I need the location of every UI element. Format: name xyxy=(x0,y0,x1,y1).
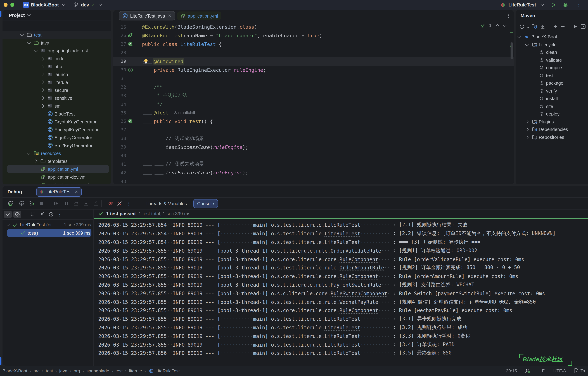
project-tree-item-application.yml[interactable]: application.yml xyxy=(2,165,111,173)
chevron-icon[interactable] xyxy=(518,35,525,39)
line-separator-widget[interactable]: LF xyxy=(540,368,545,373)
maven-item-Plugins[interactable]: Plugins xyxy=(515,118,588,126)
breadcrumb-item[interactable]: test xyxy=(116,368,123,373)
project-tree-item-application-dev.yml[interactable]: application-dev.yml xyxy=(2,173,111,181)
breadcrumb-item[interactable]: springblade xyxy=(86,368,109,373)
maven-item-Repositories[interactable]: Repositories xyxy=(515,133,588,141)
chevron-collapsed-icon[interactable] xyxy=(41,65,47,68)
console-output[interactable]: 2026-03-15 23:29:57.854··INFO 89019 --- … xyxy=(94,219,588,365)
run-button[interactable] xyxy=(551,2,556,8)
project-tree-item-EncryptKeyGenerator[interactable]: EncryptKeyGenerator xyxy=(2,126,111,133)
sort-tests-icon[interactable] xyxy=(30,212,36,217)
download-sources-icon[interactable] xyxy=(540,24,545,29)
rerun-icon[interactable] xyxy=(19,201,25,206)
maven-item-compile[interactable]: compile xyxy=(515,64,588,72)
encoding-widget[interactable]: UTF-8 xyxy=(553,368,566,373)
testrun-gutter-icon[interactable] xyxy=(128,41,133,47)
branch-selector[interactable]: dev xyxy=(81,2,89,8)
project-tree-item-launch[interactable]: launch xyxy=(2,70,111,78)
git-branch-icon[interactable] xyxy=(74,2,79,8)
test-tree-item-LiteRuleTest[interactable]: LiteRuleTest (or 1 sec 399 ms xyxy=(2,221,93,228)
leaf-gutter-icon[interactable] xyxy=(128,33,133,38)
tab-console[interactable]: Console xyxy=(193,199,218,208)
project-tree-item-BladeTest[interactable]: BladeTest xyxy=(2,110,111,118)
chevron-icon[interactable] xyxy=(525,43,532,46)
project-tree-item-code[interactable]: code xyxy=(2,54,111,63)
breadcrumb-item[interactable]: test xyxy=(46,368,53,373)
editor-scrollbar[interactable] xyxy=(511,42,513,59)
breadcrumb-item[interactable]: java xyxy=(59,368,67,373)
maven-item-BladeX-Boot[interactable]: mBladeX-Boot xyxy=(515,33,588,41)
chevron-collapsed-icon[interactable] xyxy=(41,57,47,60)
pause-icon[interactable] xyxy=(64,201,69,206)
editor-options-icon[interactable]: ⋮ xyxy=(506,13,511,18)
step-into-icon[interactable] xyxy=(83,201,89,206)
more-icon[interactable]: ⋮ xyxy=(126,200,131,207)
chevron-expanded-icon[interactable] xyxy=(34,49,41,52)
breadcrumb[interactable]: BladeX-Boot›src›test›java›org›springblad… xyxy=(2,368,180,374)
run-maven-goal-icon[interactable] xyxy=(573,24,578,29)
chevron-expanded-icon[interactable] xyxy=(28,151,34,155)
indent-widget[interactable]: Ta xyxy=(580,368,585,373)
run-to-cursor-icon[interactable] xyxy=(53,201,59,206)
project-tree-item-org.springblade.test[interactable]: org.springblade.test xyxy=(2,47,111,54)
stop-icon[interactable] xyxy=(39,201,44,206)
project-tree-item-SignKeyGenerator[interactable]: SignKeyGenerator xyxy=(2,133,111,141)
bulb-gutter-icon[interactable] xyxy=(143,58,149,64)
chevron-collapsed-icon[interactable] xyxy=(41,105,47,107)
next-issue-icon[interactable] xyxy=(503,23,506,27)
caret-position-widget[interactable]: 29:15 xyxy=(506,368,517,373)
view-breakpoints-icon[interactable] xyxy=(108,201,114,206)
chevron-icon[interactable] xyxy=(525,136,532,139)
prev-issue-icon[interactable] xyxy=(496,24,499,28)
breadcrumb-item[interactable]: LiteRuleTest xyxy=(156,368,180,373)
reimport-maven-icon[interactable] xyxy=(519,24,525,29)
project-tree-item-templates[interactable]: templates xyxy=(2,157,111,165)
project-tree-item-http[interactable]: http xyxy=(2,63,111,70)
remove-maven-project-icon[interactable] xyxy=(560,24,565,29)
test-history-icon[interactable] xyxy=(48,212,54,217)
bean-gutter-icon[interactable] xyxy=(128,67,133,73)
step-over-icon[interactable] xyxy=(73,201,79,206)
close-tab-icon[interactable]: ✕ xyxy=(168,13,172,18)
breadcrumb-item[interactable]: src xyxy=(33,368,40,373)
project-tree-item-application-prod.yml[interactable]: application-prod.yml xyxy=(2,181,111,184)
maven-item-deploy[interactable]: deploy xyxy=(515,110,588,118)
breadcrumb-item[interactable]: literule xyxy=(129,368,142,373)
chevron-collapsed-icon[interactable] xyxy=(41,73,47,75)
chevron-expanded-icon[interactable] xyxy=(28,41,34,44)
project-panel-header[interactable]: Project xyxy=(2,10,111,21)
minimize-button[interactable] xyxy=(4,3,8,7)
more-options-icon[interactable]: ⋮ xyxy=(577,2,581,7)
author-inlay-hint[interactable]: smallchill xyxy=(174,110,195,115)
project-tree-item-CryptoKeyGenerator[interactable]: CryptoKeyGenerator xyxy=(2,118,111,126)
mute-breakpoints-icon[interactable] xyxy=(116,201,122,206)
code-with-me-widget[interactable] xyxy=(525,368,531,374)
breadcrumb-item[interactable]: BladeX-Boot xyxy=(2,368,27,373)
chevron-collapsed-icon[interactable] xyxy=(41,81,47,83)
execute-maven-goal-icon[interactable] xyxy=(580,24,586,29)
add-maven-project-icon[interactable] xyxy=(553,24,558,29)
maven-item-Dependencies[interactable]: Dependencies xyxy=(515,126,588,133)
tab-threads-variables[interactable]: Threads & Variables xyxy=(142,199,190,208)
indent-widget-icon[interactable] xyxy=(574,368,579,374)
project-tree-item-literule[interactable]: literule xyxy=(2,78,111,86)
zoom-button[interactable] xyxy=(10,3,14,7)
maven-item-validate[interactable]: validate xyxy=(515,56,588,64)
show-passed-filter[interactable] xyxy=(4,210,12,218)
generate-sources-icon[interactable] xyxy=(532,24,537,29)
test-tree-item-test[interactable]: test() 1 sec 399 ms xyxy=(2,229,93,236)
run-config-selector[interactable]: LiteRuleTest xyxy=(508,2,536,8)
maven-item-Lifecycle[interactable]: Lifecycle xyxy=(515,41,588,48)
maven-item-test[interactable]: test xyxy=(515,72,588,79)
maven-item-clean[interactable]: clean xyxy=(515,48,588,56)
reimport-dropdown-icon[interactable] xyxy=(527,23,529,30)
chevron-expanded-icon[interactable] xyxy=(21,33,27,36)
project-tree-item-Sm2KeyGenerator[interactable]: Sm2KeyGenerator xyxy=(2,141,111,149)
close-icon[interactable]: ✕ xyxy=(74,189,78,194)
chevron-collapsed-icon[interactable] xyxy=(34,160,41,162)
resume-icon[interactable] xyxy=(29,201,35,206)
show-ignored-filter[interactable] xyxy=(13,210,21,218)
maven-item-install[interactable]: install xyxy=(515,95,588,102)
project-tree-item-sensitive[interactable]: sensitive xyxy=(2,94,111,102)
